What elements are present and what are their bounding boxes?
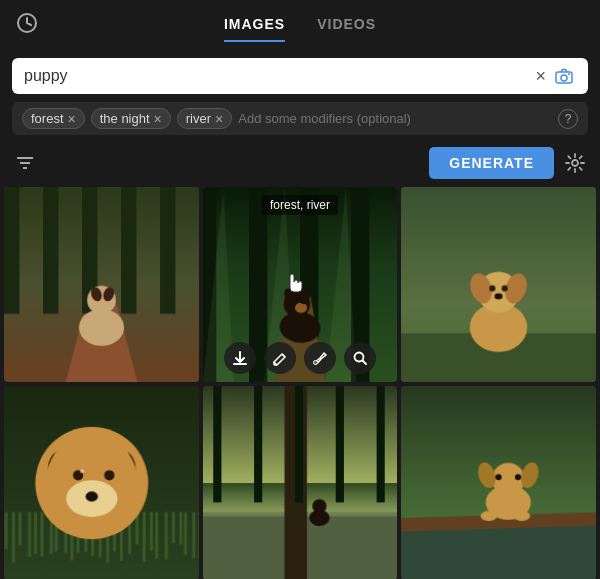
tab-videos[interactable]: VIDEOS	[317, 8, 376, 42]
search-input[interactable]	[24, 67, 529, 85]
modifier-tag-night-remove[interactable]: ×	[154, 112, 162, 126]
svg-line-9	[282, 354, 285, 357]
modifier-tag-river-label: river	[186, 111, 211, 126]
download-button[interactable]	[224, 342, 256, 374]
image-cell-6[interactable]	[401, 386, 596, 579]
image-cell-5[interactable]	[203, 386, 398, 579]
tab-images[interactable]: IMAGES	[224, 8, 285, 42]
search-bar: ×	[12, 58, 588, 94]
svg-point-7	[572, 160, 578, 166]
svg-point-2	[561, 75, 567, 81]
image-cell-4[interactable]	[4, 386, 199, 579]
image-cell-3[interactable]	[401, 187, 596, 382]
action-bar: GENERATE	[0, 143, 600, 187]
modifier-tag-river: river ×	[177, 108, 232, 129]
image-cell-1[interactable]	[4, 187, 199, 382]
filter-button[interactable]	[14, 152, 36, 174]
modifier-tag-river-remove[interactable]: ×	[215, 112, 223, 126]
modifier-tag-forest: forest ×	[22, 108, 85, 129]
modifier-tag-forest-remove[interactable]: ×	[68, 112, 76, 126]
svg-point-3	[568, 73, 570, 75]
modifiers-bar: forest × the night × river × ?	[12, 102, 588, 135]
modifier-tag-night: the night ×	[91, 108, 171, 129]
search-clear-button[interactable]: ×	[529, 67, 552, 85]
zoom-button[interactable]	[344, 342, 376, 374]
logo-button[interactable]	[16, 12, 38, 38]
header: IMAGES VIDEOS	[0, 0, 600, 50]
modifier-tag-forest-label: forest	[31, 111, 64, 126]
camera-button[interactable]	[552, 66, 576, 86]
overlay-label: forest, river	[262, 195, 338, 215]
svg-line-14	[362, 360, 366, 364]
brush-button[interactable]	[304, 342, 336, 374]
settings-button[interactable]	[564, 152, 586, 174]
modifier-input[interactable]	[238, 111, 552, 126]
generate-button[interactable]: GENERATE	[429, 147, 554, 179]
overlay-actions	[224, 342, 376, 374]
image-grid: forest, river	[0, 187, 600, 579]
tabs: IMAGES VIDEOS	[224, 8, 376, 42]
modifier-tag-night-label: the night	[100, 111, 150, 126]
image-2-overlay: forest, river	[203, 187, 398, 382]
edit-button[interactable]	[264, 342, 296, 374]
help-button[interactable]: ?	[558, 109, 578, 129]
image-cell-2[interactable]: forest, river	[203, 187, 398, 382]
svg-point-12	[313, 360, 317, 364]
